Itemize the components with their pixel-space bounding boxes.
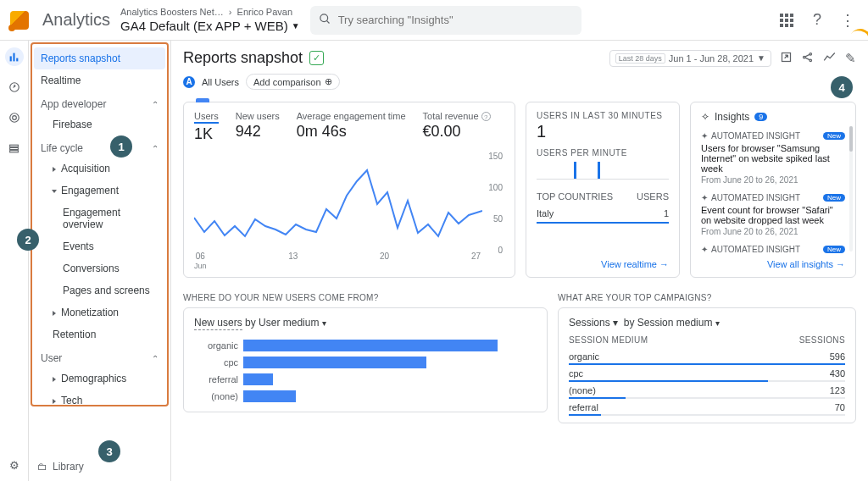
sidebar-item-demographics[interactable]: Demographics xyxy=(34,368,165,390)
edit-pencil-icon[interactable]: ✎ xyxy=(845,51,856,66)
sidebar-item-monetization[interactable]: Monetization xyxy=(34,301,165,323)
metric-total-revenue[interactable]: Total revenue ?€0.00 xyxy=(423,111,491,143)
add-comparison-button[interactable]: Add comparison⊕ xyxy=(246,74,340,90)
card-insights: ✧Insights9 ✦AUTOMATED INSIGHTNew Users f… xyxy=(690,102,856,278)
sidebar-item-pages-screens[interactable]: Pages and screens xyxy=(34,279,165,301)
bar-row: referral xyxy=(194,371,537,388)
svg-line-16 xyxy=(805,58,810,60)
more-icon[interactable]: ⋮ xyxy=(837,10,858,30)
configure-rail-icon[interactable] xyxy=(5,139,24,158)
users-line-chart: 150100500 06Jun 13 20 27 xyxy=(194,152,504,270)
svg-rect-10 xyxy=(10,150,19,152)
bar-row: organic xyxy=(194,337,537,354)
sidebar-group-app[interactable]: App developer⌃ xyxy=(34,91,165,113)
session-row: cpc430 xyxy=(569,365,845,382)
card-active-tab-icon xyxy=(196,98,209,102)
explore-rail-icon[interactable] xyxy=(5,78,24,97)
sidebar-item-firebase[interactable]: Firebase xyxy=(34,113,165,135)
svg-line-15 xyxy=(805,54,810,57)
view-name: GA4 Default (Ex APP + WEB) xyxy=(120,19,288,33)
chevron-up-icon: ⌃ xyxy=(152,100,159,109)
nav-rail: ⚙ xyxy=(0,41,29,481)
metric-selector[interactable]: Sessions ▾ xyxy=(569,317,618,329)
annotation-2: 2 xyxy=(17,229,39,251)
sparkle-icon: ✧ xyxy=(701,111,709,123)
sidebar-library[interactable]: 🗀Library xyxy=(37,461,84,473)
session-row: referral70 xyxy=(569,399,845,416)
sparkle-icon: ✦ xyxy=(701,193,708,202)
svg-rect-8 xyxy=(10,145,19,147)
sidebar-item-engagement-overview[interactable]: Engagement overview xyxy=(34,202,165,235)
insight-item[interactable]: ✦AUTOMATED INSIGHTNew xyxy=(701,245,845,254)
metric-engagement-time[interactable]: Average engagement time0m 46s xyxy=(297,111,406,143)
view-realtime-link[interactable]: View realtime → xyxy=(601,259,669,269)
scrollbar[interactable] xyxy=(849,126,853,252)
svg-point-13 xyxy=(810,53,812,55)
bar-row: cpc xyxy=(194,354,537,371)
segment-all-users[interactable]: All Users xyxy=(202,77,239,87)
date-range-picker[interactable]: Last 28 days Jun 1 - Jun 28, 2021 ▼ xyxy=(609,50,771,67)
sidebar-item-acquisition[interactable]: Acquisition xyxy=(34,158,165,180)
annotation-4: 4 xyxy=(831,76,853,98)
share-network-icon[interactable] xyxy=(801,51,814,66)
main-content: Reports snapshot ✓ Last 28 days Jun 1 - … xyxy=(171,41,868,481)
chevron-down-icon: ▼ xyxy=(757,53,765,63)
brand-label: Analytics xyxy=(42,10,110,30)
annotation-1: 1 xyxy=(110,135,132,158)
insight-item[interactable]: ✦AUTOMATED INSIGHTNew Users for browser … xyxy=(701,131,845,185)
sidebar-item-events[interactable]: Events xyxy=(34,235,165,257)
card-top-campaigns: Sessions ▾ by Session medium ▾ SESSION M… xyxy=(558,307,856,423)
annotation-3: 3 xyxy=(98,440,120,462)
reports-rail-icon[interactable] xyxy=(5,47,24,66)
topbar: Analytics Analytics Boosters Net… › Enri… xyxy=(0,0,868,41)
sidebar-item-engagement[interactable]: Engagement xyxy=(34,180,165,202)
svg-point-14 xyxy=(810,59,812,62)
card-new-users-medium: New users by User medium ▾ organiccpcref… xyxy=(183,307,548,412)
new-badge: New xyxy=(823,132,845,140)
sidebar-group-lifecycle[interactable]: Life cycle⌃ xyxy=(34,135,165,158)
card-realtime: USERS IN LAST 30 MINUTES 1 USERS PER MIN… xyxy=(526,102,680,278)
sidebar-item-reports-snapshot[interactable]: Reports snapshot xyxy=(34,47,165,69)
sidebar-item-realtime[interactable]: Realtime xyxy=(34,69,165,91)
chevron-down-icon: ▼ xyxy=(292,21,300,30)
metric-new-users[interactable]: New users942 xyxy=(236,111,280,143)
bar-row: (none) xyxy=(194,388,537,405)
help-icon[interactable]: ? xyxy=(807,10,827,30)
card-overview-metrics: Users1K New users942 Average engagement … xyxy=(183,102,515,278)
sidebar-item-conversions[interactable]: Conversions xyxy=(34,257,165,279)
breadcrumb[interactable]: Analytics Boosters Net… › Enrico Pavan G… xyxy=(120,7,300,32)
sparkle-icon: ✦ xyxy=(701,131,708,141)
chevron-down-icon[interactable]: ▾ xyxy=(715,318,720,328)
svg-rect-9 xyxy=(10,147,19,149)
insights-spark-icon[interactable] xyxy=(822,51,837,66)
session-row: (none)123 xyxy=(569,382,845,399)
search-icon xyxy=(319,13,331,28)
reports-sidebar: Reports snapshot Realtime App developer⌃… xyxy=(29,41,171,481)
verified-icon: ✓ xyxy=(309,51,324,65)
metric-users[interactable]: Users1K xyxy=(194,111,219,143)
sidebar-group-user[interactable]: User⌃ xyxy=(34,346,165,368)
chevron-down-icon[interactable]: ▾ xyxy=(322,318,326,328)
realtime-sparkline xyxy=(537,158,669,180)
advertising-rail-icon[interactable] xyxy=(5,108,24,127)
admin-gear-icon[interactable]: ⚙ xyxy=(5,456,24,474)
help-icon[interactable]: ? xyxy=(481,112,491,121)
svg-point-0 xyxy=(320,14,328,21)
realtime-country-row: Italy1 xyxy=(537,205,669,224)
search-input[interactable] xyxy=(310,6,581,35)
view-all-insights-link[interactable]: View all insights → xyxy=(767,259,845,269)
hbar-chart: organiccpcreferral(none) xyxy=(194,337,537,405)
metric-selector[interactable]: New users xyxy=(194,317,242,330)
sidebar-item-retention[interactable]: Retention xyxy=(34,323,165,346)
svg-rect-3 xyxy=(13,53,14,61)
sparkle-icon: ✦ xyxy=(701,245,708,254)
insight-item[interactable]: ✦AUTOMATED INSIGHTNew Event count for br… xyxy=(701,193,845,236)
apps-icon[interactable] xyxy=(776,10,797,30)
section-new-users: WHERE DO YOUR NEW USERS COME FROM? New u… xyxy=(183,293,548,423)
sidebar-item-tech[interactable]: Tech xyxy=(34,390,165,412)
svg-rect-4 xyxy=(16,58,18,61)
svg-rect-2 xyxy=(10,56,12,61)
svg-point-7 xyxy=(12,116,16,120)
share-icon[interactable] xyxy=(780,51,793,66)
realtime-users-value: 1 xyxy=(537,122,669,141)
